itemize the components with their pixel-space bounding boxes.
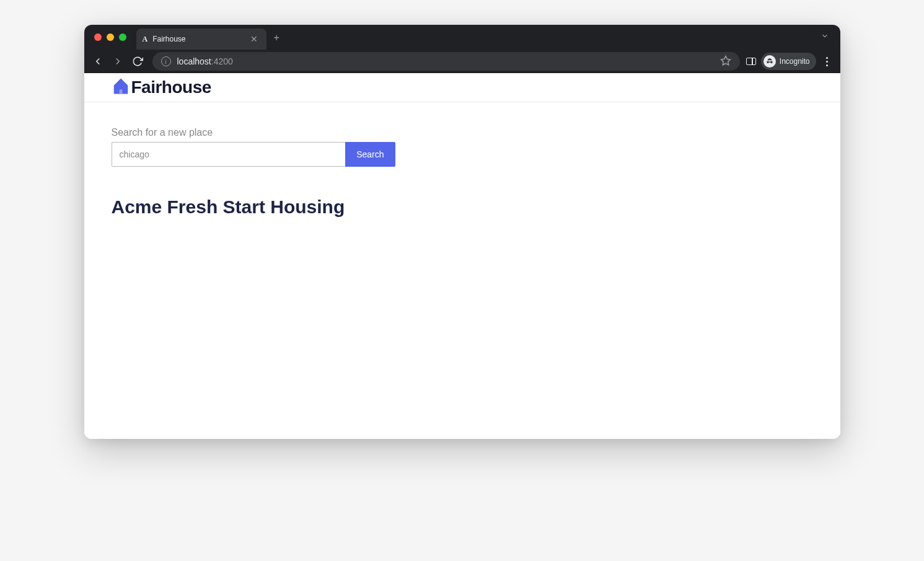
incognito-label: Incognito bbox=[780, 57, 810, 66]
side-panel-icon[interactable] bbox=[746, 58, 756, 65]
app-header: Fairhouse bbox=[84, 73, 840, 102]
browser-tab[interactable]: A Fairhouse ✕ bbox=[136, 29, 266, 50]
search-label: Search for a new place bbox=[112, 127, 813, 138]
page-viewport: Fairhouse Search for a new place Search … bbox=[84, 73, 840, 439]
search-row: Search bbox=[112, 142, 395, 167]
forward-button[interactable] bbox=[109, 53, 126, 70]
reload-button[interactable] bbox=[129, 53, 146, 70]
back-button[interactable] bbox=[89, 53, 107, 70]
window-minimize-button[interactable] bbox=[107, 33, 114, 41]
toolbar-right: Incognito bbox=[746, 53, 835, 70]
incognito-badge[interactable]: Incognito bbox=[761, 53, 816, 70]
svg-rect-1 bbox=[119, 89, 122, 94]
main-content: Search for a new place Search Acme Fresh… bbox=[84, 102, 840, 242]
tab-favicon: A bbox=[143, 35, 148, 44]
address-bar[interactable]: i localhost:4200 bbox=[152, 52, 740, 71]
result-heading: Acme Fresh Start Housing bbox=[112, 197, 813, 218]
window-traffic-lights bbox=[89, 33, 136, 41]
site-info-icon[interactable]: i bbox=[161, 56, 171, 66]
tab-title: Fairhouse bbox=[152, 35, 242, 43]
tabs-dropdown-icon[interactable] bbox=[814, 32, 835, 43]
incognito-icon bbox=[763, 55, 776, 68]
browser-toolbar: i localhost:4200 Incognito bbox=[84, 50, 840, 73]
tab-bar: A Fairhouse ✕ + bbox=[84, 25, 840, 50]
browser-menu-icon[interactable] bbox=[821, 57, 833, 66]
logo-text: Fairhouse bbox=[131, 77, 211, 97]
url-rest: :4200 bbox=[211, 56, 233, 66]
window-maximize-button[interactable] bbox=[119, 33, 126, 41]
url-text: localhost:4200 bbox=[177, 56, 233, 66]
tab-close-icon[interactable]: ✕ bbox=[248, 34, 260, 44]
bookmark-star-icon[interactable] bbox=[720, 55, 731, 68]
browser-window: A Fairhouse ✕ + i localhost:4200 bbox=[84, 25, 840, 439]
app-logo[interactable]: Fairhouse bbox=[112, 77, 211, 98]
svg-marker-0 bbox=[721, 56, 730, 64]
new-tab-button[interactable]: + bbox=[266, 32, 287, 43]
window-close-button[interactable] bbox=[94, 33, 102, 41]
house-icon bbox=[112, 77, 130, 98]
search-button[interactable]: Search bbox=[345, 142, 395, 167]
url-host: localhost bbox=[177, 56, 211, 66]
browser-chrome: A Fairhouse ✕ + i localhost:4200 bbox=[84, 25, 840, 73]
search-input[interactable] bbox=[112, 142, 346, 167]
